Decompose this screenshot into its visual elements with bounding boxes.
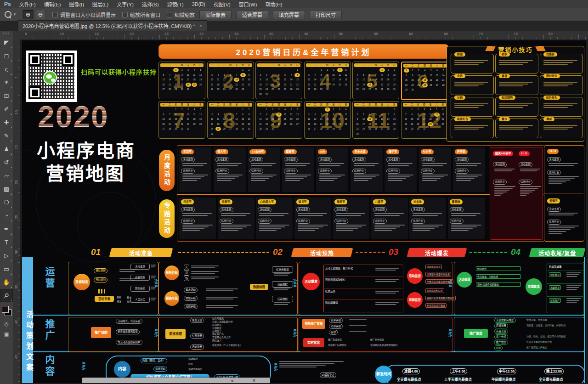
calendar-date: 11 bbox=[355, 78, 360, 82]
document-tab-bar: 2020小程序电商营销地图.jpg @ 12.5% (扫码可以获得小程序扶持, … bbox=[0, 21, 588, 31]
tip-card: 直播 bbox=[495, 75, 538, 95]
text-line bbox=[182, 180, 197, 181]
panel-grip[interactable] bbox=[3, 32, 10, 36]
path-select-tool[interactable]: ▷ bbox=[0, 249, 13, 262]
quick-mask-button[interactable]: ◎ bbox=[0, 319, 13, 329]
tip-label: 满减 bbox=[543, 117, 554, 121]
type-tool[interactable]: T bbox=[0, 236, 13, 249]
calendar-date: 27 bbox=[161, 87, 166, 91]
option-check-2[interactable]: 细微缩放 bbox=[167, 11, 195, 18]
event-card: 七夕节活动主题适用行业 bbox=[419, 147, 451, 192]
weekday-header: 一二三四五六日 bbox=[306, 63, 349, 67]
text-line bbox=[548, 165, 574, 166]
menu-item-8[interactable]: 视图(V) bbox=[209, 0, 235, 8]
option-check-0[interactable]: 调整窗口大小以满屏显示 bbox=[52, 11, 116, 18]
menu-item-0[interactable]: 文件(F) bbox=[15, 0, 40, 8]
hand-tool[interactable]: ✋ bbox=[0, 276, 13, 289]
menu-item-7[interactable]: 3D(D) bbox=[188, 1, 209, 7]
pr-review-pill: 推广效果 bbox=[494, 340, 508, 345]
lasso-tool[interactable]: ς bbox=[0, 62, 13, 76]
crop-tool[interactable]: ⊡ bbox=[0, 89, 13, 102]
calendar-date: 13 bbox=[283, 78, 288, 82]
move-tool[interactable]: ◤ bbox=[0, 36, 13, 49]
eraser-tool[interactable]: ▱ bbox=[0, 169, 13, 182]
calendar-date: 30 bbox=[385, 87, 391, 91]
document-tab[interactable]: 2020小程序电商营销地图.jpg @ 12.5% (扫码可以获得小程序扶持, … bbox=[17, 20, 207, 31]
checkbox-icon[interactable] bbox=[122, 12, 128, 17]
flow-arrows-icon: ≫≫≫ bbox=[154, 329, 158, 337]
option-button-3[interactable]: 打印尺寸 bbox=[310, 10, 342, 19]
shape-tool[interactable]: ▭ bbox=[0, 262, 13, 276]
text-line bbox=[454, 82, 488, 83]
brush-tool[interactable]: ✎ bbox=[0, 129, 13, 142]
text-line bbox=[499, 60, 533, 61]
gradient-tool[interactable]: ▩ bbox=[0, 182, 13, 196]
text-line bbox=[413, 226, 439, 227]
weekday-header: 一二三四五六日 bbox=[160, 103, 204, 107]
calendar-date: 19 bbox=[361, 83, 366, 87]
healing-brush-tool[interactable]: ✚ bbox=[0, 116, 13, 129]
close-icon[interactable]: × bbox=[253, 378, 255, 383]
marquee-tool[interactable]: ◻ bbox=[0, 49, 13, 62]
calendar-date: 17 bbox=[186, 78, 191, 82]
text-line bbox=[548, 233, 562, 234]
menu-item-1[interactable]: 编辑(E) bbox=[40, 0, 65, 8]
dodge-tool[interactable]: ◔ bbox=[0, 209, 13, 222]
option-button-1[interactable]: 适合屏幕 bbox=[236, 10, 268, 19]
calendar-date: 16 bbox=[410, 78, 415, 82]
option-button-2[interactable]: 填充屏幕 bbox=[273, 10, 305, 19]
blur-tool[interactable]: ❍ bbox=[0, 196, 13, 209]
menu-item-6[interactable]: 滤镜(T) bbox=[163, 0, 188, 8]
text-line bbox=[217, 180, 232, 181]
collapse-icon[interactable]: « bbox=[231, 378, 234, 383]
pr-channel-item: 店铺会员 bbox=[212, 323, 221, 327]
calendar-date: 7 bbox=[167, 73, 172, 77]
event-card: 开学季活动主题适用行业 bbox=[453, 147, 485, 192]
calendar-date: 17 bbox=[337, 117, 343, 121]
calendar-date: 4 bbox=[192, 68, 197, 72]
text-line bbox=[451, 215, 476, 216]
text-line bbox=[191, 277, 219, 277]
calendar-date: 31 bbox=[391, 87, 397, 91]
calendar-date: 10 bbox=[209, 78, 215, 82]
menu-item-5[interactable]: 选择(S) bbox=[138, 0, 163, 8]
text-line bbox=[499, 82, 533, 83]
calendar-date: 29 bbox=[240, 127, 246, 131]
event-card: 踏青节活动主题适用行业 bbox=[282, 147, 314, 192]
tools-panel: ◤◻ς✶⊡✐✚✎♟↺▱▩❍◔✒T▷▭✋⚲◎▣ bbox=[0, 31, 13, 384]
calendar-date: 12 bbox=[373, 117, 379, 121]
history-brush-tool[interactable]: ↺ bbox=[0, 156, 13, 169]
flow-arrows-icon: ≫≫≫ bbox=[82, 362, 85, 370]
menu-item-10[interactable]: 帮助(H) bbox=[261, 0, 286, 8]
magic-wand-tool[interactable]: ✶ bbox=[0, 76, 13, 89]
calendar-date: 8 bbox=[318, 73, 324, 77]
zoom-tool-preset[interactable]: ▼ bbox=[5, 11, 17, 18]
menu-item-4[interactable]: 文字(Y) bbox=[113, 0, 138, 8]
zoom-out-mode-button[interactable]: ⊖ bbox=[35, 10, 46, 19]
calendar-date: 22 bbox=[173, 83, 179, 87]
foreground-color-swatch[interactable] bbox=[2, 306, 9, 313]
zoom-in-mode-button[interactable]: ⊕ bbox=[23, 10, 34, 19]
checkbox-icon[interactable] bbox=[167, 12, 172, 17]
text-line bbox=[279, 367, 317, 367]
zoom-tool[interactable]: ⚲ bbox=[0, 289, 13, 302]
checkbox-icon[interactable] bbox=[52, 12, 58, 17]
op-phc-label: 场 bbox=[184, 276, 189, 281]
tip-card: 满减 bbox=[540, 119, 583, 138]
menu-item-2[interactable]: 图像(I) bbox=[65, 0, 88, 8]
document-canvas[interactable]: 扫码可以获得小程序扶持2020小程序电商营销地图2020营销日历&全年营销计划一… bbox=[20, 40, 588, 384]
eyedropper-tool[interactable]: ✐ bbox=[0, 102, 13, 116]
clone-stamp-tool[interactable]: ♟ bbox=[0, 142, 13, 156]
menu-item-9[interactable]: 窗口(W) bbox=[235, 0, 261, 8]
pen-tool[interactable]: ✒ bbox=[0, 222, 13, 236]
screen-mode-button[interactable]: ▣ bbox=[0, 329, 13, 339]
calendar-date: 25 bbox=[192, 83, 197, 87]
option-button-0[interactable]: 实际像素 bbox=[199, 10, 232, 19]
option-check-1[interactable]: 缩放所有窗口 bbox=[122, 11, 160, 18]
phase-title: 活动预热 bbox=[310, 249, 334, 257]
monitor-item: 活动商品库存 bbox=[425, 265, 442, 269]
tab-close-icon[interactable]: × bbox=[199, 23, 202, 28]
menu-item-3[interactable]: 图层(L) bbox=[88, 0, 113, 8]
row-label-0: 运营 bbox=[42, 266, 56, 289]
tip-label: 优惠券 bbox=[543, 52, 557, 56]
